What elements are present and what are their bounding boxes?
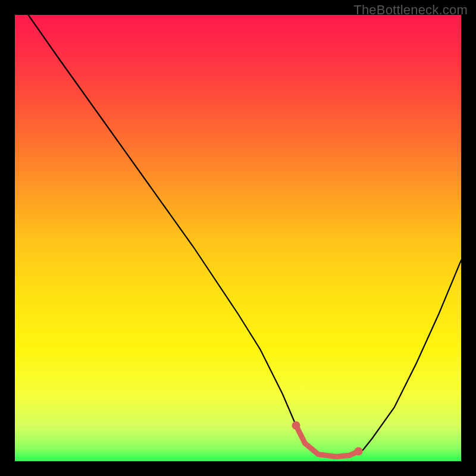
bottleneck-chart <box>15 15 461 461</box>
marker-dot <box>355 447 363 456</box>
chart-frame: TheBottleneck.com <box>0 0 476 476</box>
marker-dot <box>292 421 300 430</box>
watermark-text: TheBottleneck.com <box>353 2 468 18</box>
heatmap-background <box>15 15 461 461</box>
